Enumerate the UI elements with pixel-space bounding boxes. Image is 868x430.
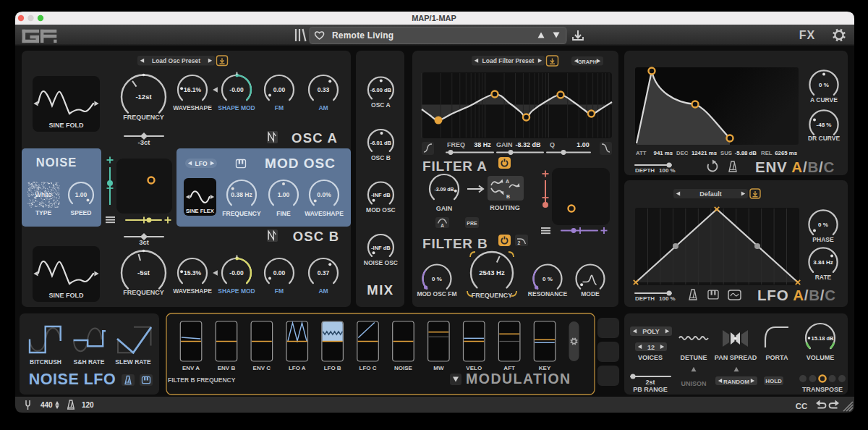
svg-text:MOD OSC: MOD OSC xyxy=(366,206,396,214)
svg-text:ATT: ATT xyxy=(636,150,647,156)
svg-text:SINE FOLD: SINE FOLD xyxy=(48,122,84,129)
svg-text:FM: FM xyxy=(275,287,284,295)
svg-text:SINE FOLD: SINE FOLD xyxy=(48,292,84,299)
svg-text:12421 ms: 12421 ms xyxy=(692,150,718,156)
svg-text:MIX: MIX xyxy=(367,282,393,298)
svg-text:38 Hz: 38 Hz xyxy=(474,141,491,148)
svg-text:REL: REL xyxy=(761,150,773,156)
svg-text:0 %: 0 % xyxy=(432,276,442,282)
svg-text:FILTER B FREQUENCY: FILTER B FREQUENCY xyxy=(168,376,236,384)
svg-text:1.00: 1.00 xyxy=(278,191,290,198)
svg-text:SHAPE MOD: SHAPE MOD xyxy=(218,104,255,111)
svg-text:OSC B: OSC B xyxy=(371,154,391,161)
svg-text:Remote Living: Remote Living xyxy=(332,30,393,41)
svg-text:0.33: 0.33 xyxy=(318,86,330,93)
svg-text:DEC: DEC xyxy=(676,150,689,156)
svg-text:-INF dB: -INF dB xyxy=(371,192,391,198)
svg-text:CC: CC xyxy=(796,402,808,410)
svg-text:HOLD: HOLD xyxy=(765,378,782,384)
svg-text:MAP/1-MAP: MAP/1-MAP xyxy=(412,14,456,22)
svg-text:TRANSPOSE: TRANSPOSE xyxy=(802,386,843,393)
svg-text:-48 %: -48 % xyxy=(817,122,832,128)
svg-text:FM: FM xyxy=(275,104,284,111)
svg-text:2543 Hz: 2543 Hz xyxy=(479,269,505,277)
svg-text:PORTA: PORTA xyxy=(766,354,788,361)
svg-text:ENV B: ENV B xyxy=(218,365,236,371)
svg-text:MOD OSC FM: MOD OSC FM xyxy=(417,290,456,298)
svg-text:PRE: PRE xyxy=(467,221,477,226)
svg-text:AM: AM xyxy=(318,287,328,295)
svg-text:-0.00: -0.00 xyxy=(229,86,244,93)
svg-text:PAN SPREAD: PAN SPREAD xyxy=(715,354,757,361)
svg-text:0.37: 0.37 xyxy=(318,269,330,277)
svg-text:-6.01 dB: -6.01 dB xyxy=(370,140,392,146)
svg-text:SHAPE MOD: SHAPE MOD xyxy=(218,287,255,295)
svg-text:FREQUENCY: FREQUENCY xyxy=(222,210,261,217)
svg-text:LFO A: LFO A xyxy=(289,365,306,371)
svg-text:SINE FLEX: SINE FLEX xyxy=(186,208,214,214)
svg-text:FREQUENCY: FREQUENCY xyxy=(472,292,513,299)
svg-text:-6.00 dB: -6.00 dB xyxy=(370,87,392,93)
svg-text:15.3%: 15.3% xyxy=(184,269,202,277)
svg-text:3.84 Hz: 3.84 Hz xyxy=(813,259,833,266)
svg-text:MODULATION: MODULATION xyxy=(466,371,571,387)
svg-text:FILTER A: FILTER A xyxy=(422,159,488,174)
svg-text:DETUNE: DETUNE xyxy=(680,354,707,361)
svg-text:BITCRUSH: BITCRUSH xyxy=(30,358,61,366)
svg-text:16.1%: 16.1% xyxy=(184,86,202,93)
svg-text:AM: AM xyxy=(318,104,328,111)
svg-text:OSC B: OSC B xyxy=(293,229,340,244)
svg-text:ROUTING: ROUTING xyxy=(490,204,520,211)
svg-text:100 %: 100 % xyxy=(659,167,676,174)
svg-text:PB RANGE: PB RANGE xyxy=(633,386,668,393)
svg-text:A: A xyxy=(441,223,444,228)
svg-text:LFO A/B/C: LFO A/B/C xyxy=(757,287,836,303)
svg-text:100 %: 100 % xyxy=(659,295,676,302)
svg-text:RESONANCE: RESONANCE xyxy=(528,290,568,298)
svg-text:0 %: 0 % xyxy=(818,222,828,228)
svg-text:Q: Q xyxy=(550,141,555,148)
svg-text:12: 12 xyxy=(647,344,655,351)
svg-text:WAVESHAPE: WAVESHAPE xyxy=(173,287,212,295)
svg-text:FX: FX xyxy=(799,29,815,41)
svg-text:DR CURVE: DR CURVE xyxy=(808,135,841,142)
svg-text:-3ct: -3ct xyxy=(138,138,151,146)
svg-text:1.00: 1.00 xyxy=(75,191,88,198)
svg-text:POLY: POLY xyxy=(642,328,660,335)
svg-text:LFO B: LFO B xyxy=(324,365,341,371)
svg-text:SLEW RATE: SLEW RATE xyxy=(115,358,151,366)
svg-text:MW: MW xyxy=(433,365,444,371)
svg-text:0.00: 0.00 xyxy=(273,86,286,93)
svg-text:OSC A: OSC A xyxy=(292,130,338,146)
svg-text:2st: 2st xyxy=(645,379,655,386)
svg-text:ENV A: ENV A xyxy=(182,365,200,371)
svg-text:VOLUME: VOLUME xyxy=(807,354,835,361)
svg-text:NOISE: NOISE xyxy=(394,365,413,371)
svg-text:S&H RATE: S&H RATE xyxy=(74,358,105,366)
svg-text:Load Filter Preset: Load Filter Preset xyxy=(482,57,535,64)
svg-text:0.0%: 0.0% xyxy=(317,191,331,198)
svg-text:WAVESHAPE: WAVESHAPE xyxy=(173,104,212,111)
svg-text:FREQ: FREQ xyxy=(447,141,465,148)
svg-text:ENV C: ENV C xyxy=(253,365,271,371)
svg-text:A: A xyxy=(506,179,509,184)
svg-text:TYPE: TYPE xyxy=(35,209,52,216)
svg-text:LFO C: LFO C xyxy=(359,365,377,371)
svg-text:MODE: MODE xyxy=(581,290,600,298)
svg-text:DEPTH: DEPTH xyxy=(635,167,655,174)
svg-text:RANDOM: RANDOM xyxy=(723,379,749,385)
svg-text:941 ms: 941 ms xyxy=(654,150,673,156)
svg-text:Load Osc Preset: Load Osc Preset xyxy=(152,57,200,64)
svg-text:NOISE OSC: NOISE OSC xyxy=(364,259,398,266)
svg-text:B: B xyxy=(506,194,510,199)
svg-text:GRAPH: GRAPH xyxy=(578,59,597,65)
svg-text:-5.88 dB: -5.88 dB xyxy=(735,150,757,156)
svg-text:2: 2 xyxy=(518,240,521,245)
svg-text:-0.00: -0.00 xyxy=(229,269,244,277)
svg-text:A CURVE: A CURVE xyxy=(810,96,838,104)
svg-text:0.00: 0.00 xyxy=(273,269,286,277)
svg-text:15.18 dB: 15.18 dB xyxy=(812,335,834,342)
svg-text:3ct: 3ct xyxy=(139,238,150,246)
svg-text:FREQUENCY: FREQUENCY xyxy=(123,289,164,296)
svg-text:DEPTH: DEPTH xyxy=(635,295,655,302)
